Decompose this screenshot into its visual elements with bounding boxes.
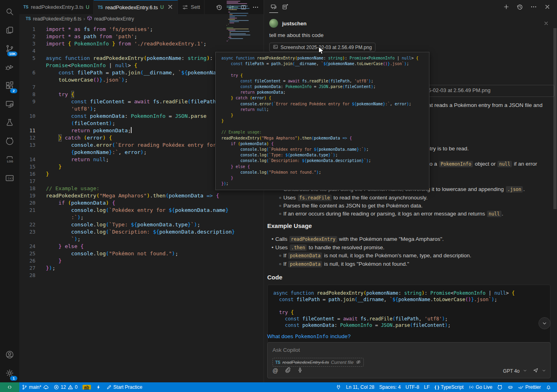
chat-scrollbar[interactable]	[553, 28, 557, 209]
code-line: if (pokemonData) {	[221, 141, 429, 147]
code-line: return pokemonData;	[221, 90, 429, 95]
model-picker[interactable]: GPT 4o	[503, 368, 520, 374]
attachment-name: Screenshot 2025-02-03 at 2.56.49 PM.png	[281, 45, 372, 50]
activity-item-output-log[interactable]: LOG	[0, 150, 19, 169]
activity-item-source-control[interactable]: 10K	[0, 39, 19, 58]
chat-input-box[interactable]: Ask Copilot TS readPokedexEntry.6.ts Cur…	[267, 342, 551, 378]
statusbar-eol[interactable]: LF	[422, 382, 432, 392]
list-item: •Uses .then to handle the resolved promi…	[264, 244, 554, 252]
context-file-suffix: Current file	[331, 360, 353, 365]
code-line: }	[221, 118, 429, 124]
attachment-hover-preview: async function readPokedexEntry(pokemonN…	[215, 52, 429, 190]
code-line: console.log(`Pokédex entry for ${pokemon…	[221, 147, 429, 152]
badge: 10K	[7, 51, 17, 56]
close-panel-icon[interactable]	[542, 1, 553, 13]
activity-item-run-debug[interactable]	[0, 58, 19, 76]
statusbar-power[interactable]	[93, 382, 104, 392]
activity-item-explorer-copy[interactable]	[0, 21, 19, 39]
statusbar-github-status[interactable]	[495, 382, 505, 392]
statusbar-problems[interactable]: 120	[51, 382, 80, 392]
followup-suggestion-link[interactable]: What does PokemonInfo include?	[267, 333, 351, 339]
statusbar-spell-check[interactable]: ab	[80, 382, 93, 392]
activity-item-remote-explorer[interactable]	[0, 95, 19, 113]
statusbar-indentation[interactable]: Spaces: 4	[377, 382, 403, 392]
image-icon	[273, 44, 278, 51]
code-line	[221, 124, 429, 129]
tab-readpokedexentry-6[interactable]: TS readPokedexEntry.6.ts U	[94, 0, 178, 14]
inline-code-chip: PokemonInfo	[439, 161, 473, 167]
activity-item-testing[interactable]	[0, 113, 19, 132]
chevron-down-icon[interactable]	[523, 368, 527, 374]
statusbar-prettier[interactable]: Prettier	[516, 382, 543, 392]
inline-code-chip: .then	[290, 244, 307, 251]
statusbar-notifications[interactable]	[543, 382, 554, 392]
bullet-marker: ○	[277, 260, 283, 269]
activity-item-github[interactable]	[0, 132, 19, 150]
svg-text:LOG: LOG	[7, 160, 14, 163]
tab-settings[interactable]: Sett	[178, 0, 204, 14]
send-button[interactable]	[533, 367, 538, 374]
code-line: async function readPokedexEntry(pokemonN…	[221, 55, 429, 61]
statusbar-copilot-status[interactable]	[505, 382, 516, 392]
new-chat-icon[interactable]	[501, 1, 512, 13]
bullet-marker: •	[270, 235, 275, 244]
statusbar-language-mode[interactable]: { }TypeScript	[432, 382, 466, 392]
bullet-marker: ○	[277, 210, 283, 218]
avatar	[269, 19, 278, 28]
activity-item-snippets[interactable]: (x)	[0, 169, 19, 187]
tab-label: readPokedexEntry.3.ts	[31, 4, 84, 10]
mention-icon[interactable]: @	[272, 367, 278, 374]
edit-session-icon[interactable]	[279, 1, 291, 13]
inline-code-chip: .json	[506, 186, 523, 193]
breadcrumb-separator: ›	[83, 16, 85, 22]
inline-code-chip: null	[497, 161, 512, 167]
tab-label: readPokedexEntry.6.ts	[105, 4, 158, 10]
attach-file-icon[interactable]	[285, 367, 291, 374]
tab-readpokedexentry-3[interactable]: TS readPokedexEntry.3.ts U	[19, 0, 94, 14]
statusbar-cursor-position[interactable]: Ln 11, Col 28	[344, 382, 377, 392]
chat-history-icon[interactable]	[514, 1, 526, 13]
code-line: 28	[19, 272, 264, 279]
code-line: const pokemonData: PokemonInfo = JSON.pa…	[221, 84, 429, 90]
chat-view-icon[interactable]	[268, 1, 279, 13]
chevron-down-icon[interactable]	[542, 368, 546, 374]
activity-item-search[interactable]	[0, 2, 19, 21]
ts-file-icon: TS	[98, 5, 103, 10]
response-text-fragment: s to a PokemonInfo object or null if an …	[424, 161, 537, 167]
statusbar-git-branch[interactable]: main*	[19, 382, 51, 392]
inline-code-chip: readPokedexEntry	[289, 236, 337, 242]
activity-item-settings[interactable]: 1	[0, 364, 19, 382]
timeline-history-icon[interactable]	[216, 4, 223, 10]
list-item: ○If an error occurs during file reading …	[264, 210, 554, 218]
microphone-icon[interactable]	[297, 367, 303, 374]
inline-code-chip: pokemonData	[288, 261, 322, 267]
breadcrumb-file[interactable]: readPokedexEntry.6.ts	[33, 16, 82, 22]
activity-item-accounts[interactable]	[0, 345, 19, 364]
close-icon[interactable]	[167, 4, 173, 11]
user-name: justschen	[282, 21, 307, 27]
context-file-chip[interactable]: TS readPokedexEntry.6.ts Current file	[272, 358, 364, 367]
breadcrumb-symbol[interactable]: readPokedexEntry	[94, 16, 134, 22]
chat-input-placeholder: Ask Copilot	[272, 347, 300, 353]
statusbar-ports[interactable]	[333, 382, 344, 392]
statusbar-encoding[interactable]: UTF-8	[403, 382, 422, 392]
code-line: const fileContent = await fs.readFile(fi…	[221, 78, 429, 84]
code-line: console.error(`Error reading Pokédex ent…	[221, 101, 429, 107]
code-line: }	[221, 175, 429, 181]
git-status-letter: U	[86, 4, 89, 10]
user-message-text: tell me about this code	[269, 32, 324, 38]
remove-message-icon[interactable]	[543, 21, 549, 27]
statusbar-remote[interactable]	[0, 382, 19, 392]
git-status-letter: U	[160, 4, 164, 10]
statusbar-start-practice[interactable]: Start Practice	[104, 382, 145, 392]
chat-panel-header	[264, 0, 557, 13]
statusbar-go-live[interactable]: Go Live	[466, 382, 495, 392]
code-line: 26 }	[19, 257, 264, 265]
eye-off-icon[interactable]	[356, 359, 361, 365]
scroll-to-bottom-button[interactable]	[538, 317, 551, 329]
code-line: } catch (error) {	[221, 95, 429, 101]
ts-file-icon: TS	[26, 16, 31, 21]
activity-item-extensions[interactable]: 2	[0, 76, 19, 95]
code-line: const fileContent = await fs.readFile(fi…	[273, 316, 545, 322]
more-actions-icon[interactable]	[528, 1, 539, 13]
